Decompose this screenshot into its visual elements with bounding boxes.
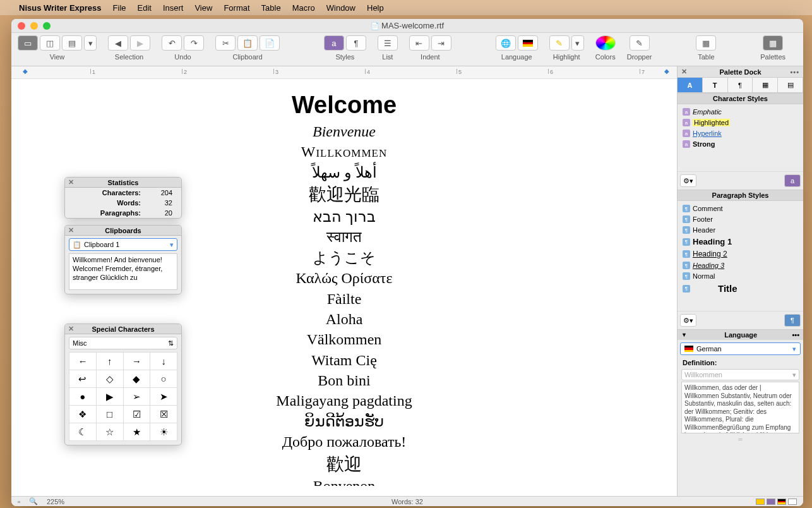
menu-insert[interactable]: Insert: [163, 3, 184, 13]
statistics-panel[interactable]: ✕Statistics Characters:204 Words:32 Para…: [64, 177, 182, 219]
redo-button[interactable]: ↷: [184, 35, 204, 51]
char-glyph[interactable]: ☒: [150, 406, 177, 423]
style-title[interactable]: ¶Title: [680, 282, 801, 295]
view-mode-1[interactable]: ▭: [18, 35, 38, 51]
char-glyph[interactable]: ☀: [150, 423, 177, 441]
view-mode-2[interactable]: ◫: [40, 35, 60, 51]
copy-button[interactable]: 📋: [237, 35, 258, 51]
char-glyph[interactable]: ◆: [124, 370, 151, 388]
char-glyph[interactable]: →: [124, 353, 151, 370]
definition-input[interactable]: Willkommen ▾: [681, 369, 799, 380]
selection-next[interactable]: ▶: [130, 35, 150, 51]
style-emphatic[interactable]: aEmphatic: [680, 107, 801, 117]
char-glyph[interactable]: ❖: [69, 406, 97, 423]
palette-tab-table[interactable]: ▦: [753, 78, 778, 92]
palette-tab-text[interactable]: T: [703, 78, 728, 92]
ruler[interactable]: ◆ 1 2 3 4 5 6 7 ◆: [11, 66, 677, 79]
menu-file[interactable]: File: [113, 3, 126, 13]
right-margin-icon[interactable]: ◆: [664, 68, 669, 75]
chars-grid: ← ↑ → ↓ ↩ ◇ ◆ ○ ● ▶ ➢ ➤ ❖ □ ☑ ☒ ☾ ☆ ★ ☀: [69, 352, 177, 441]
palettes-button[interactable]: ▦: [763, 35, 783, 51]
view-mode-dropdown[interactable]: ▾: [84, 35, 97, 51]
definition-text: Willkommen, das oder der | Willkommen Su…: [681, 382, 799, 433]
char-glyph[interactable]: ←: [69, 353, 97, 370]
language-menu[interactable]: •••: [792, 331, 799, 339]
colors-button[interactable]: [595, 35, 616, 51]
palette-tab-layout[interactable]: ▤: [778, 78, 803, 92]
clipboard-select[interactable]: 📋 Clipboard 1▾: [69, 238, 177, 251]
app-menu[interactable]: Nisus Writer Express: [19, 3, 102, 13]
menu-format[interactable]: Format: [224, 3, 249, 13]
char-glyph[interactable]: ➤: [150, 388, 177, 406]
cut-button[interactable]: ✂: [215, 35, 236, 51]
chars-title: Special Characters: [65, 325, 181, 333]
selection-label: Selection: [115, 53, 143, 61]
char-glyph[interactable]: ★: [124, 423, 151, 441]
style-heading1[interactable]: ¶Heading 1: [680, 236, 801, 248]
menu-table[interactable]: Table: [261, 3, 281, 13]
highlight-dropdown[interactable]: ▾: [571, 35, 584, 51]
language-flag[interactable]: [518, 35, 538, 51]
table-button[interactable]: ▦: [696, 35, 716, 51]
char-glyph[interactable]: ↩: [69, 370, 97, 388]
para-styles-header: Paragraph Styles: [678, 190, 803, 201]
highlight-button[interactable]: ✎: [549, 35, 570, 51]
style-hyperlink[interactable]: aHyperlink: [680, 128, 801, 138]
char-glyph[interactable]: ●: [69, 388, 97, 406]
flag-de-icon: [684, 346, 693, 352]
language-globe[interactable]: 🌐: [496, 35, 516, 51]
style-comment[interactable]: ¶Comment: [680, 203, 801, 214]
left-margin-icon[interactable]: ◆: [23, 68, 28, 75]
char-glyph[interactable]: ☑: [124, 406, 151, 423]
style-highlighted[interactable]: aHighlighted: [680, 118, 801, 128]
para-styles-gear[interactable]: ⚙▾: [680, 314, 696, 327]
char-glyph[interactable]: ➢: [124, 388, 151, 406]
language-collapse[interactable]: ▼: [681, 332, 687, 338]
menu-macro[interactable]: Macro: [292, 3, 315, 13]
paste-button[interactable]: 📄: [260, 35, 280, 51]
palette-tab-para[interactable]: ¶: [728, 78, 753, 92]
doc-line: Bienvenue: [37, 121, 652, 142]
char-styles-gear[interactable]: ⚙▾: [680, 174, 696, 187]
char-glyph[interactable]: □: [97, 406, 124, 423]
style-heading2[interactable]: ¶Heading 2: [680, 248, 801, 260]
palette-tab-char[interactable]: A: [678, 78, 703, 92]
style-normal[interactable]: ¶Normal: [680, 271, 801, 281]
menu-help[interactable]: Help: [367, 3, 384, 13]
para-styles-apply[interactable]: ¶: [784, 314, 801, 327]
dropper-button[interactable]: ✎: [630, 35, 650, 51]
char-glyph[interactable]: ○: [150, 370, 177, 388]
titlebar: MAS-welcome.rtf: [11, 19, 803, 33]
char-glyph[interactable]: ◇: [97, 370, 124, 388]
char-glyph[interactable]: ☆: [97, 423, 124, 441]
para-style-button[interactable]: ¶: [346, 35, 366, 51]
char-glyph[interactable]: ↑: [97, 353, 124, 370]
list-label: List: [382, 53, 393, 61]
colors-label: Colors: [595, 53, 616, 61]
undo-button[interactable]: ↶: [162, 35, 182, 51]
char-glyph[interactable]: ↓: [150, 353, 177, 370]
chars-category[interactable]: Misc⇅: [69, 337, 177, 349]
styles-label: Styles: [335, 53, 354, 61]
char-glyph[interactable]: ▶: [97, 388, 124, 406]
clipboards-panel[interactable]: ✕Clipboards 📋 Clipboard 1▾ Willkommen! A…: [64, 225, 182, 294]
view-mode-3[interactable]: ▤: [62, 35, 82, 51]
list-button[interactable]: ☰: [378, 35, 398, 51]
menu-view[interactable]: View: [194, 3, 212, 13]
char-styles-apply[interactable]: a: [784, 174, 801, 187]
char-style-button[interactable]: a: [324, 35, 344, 51]
doc-title: Welcome: [37, 92, 652, 119]
style-heading3[interactable]: ¶Heading 3: [680, 260, 801, 270]
menu-edit[interactable]: Edit: [138, 3, 152, 13]
char-glyph[interactable]: ☾: [69, 423, 97, 441]
style-header[interactable]: ¶Header: [680, 225, 801, 235]
language-select[interactable]: German ▾: [680, 342, 801, 355]
selection-prev[interactable]: ◀: [108, 35, 128, 51]
style-strong[interactable]: aStrong: [680, 139, 801, 149]
outdent-button[interactable]: ⇤: [409, 35, 429, 51]
palette-dock: ✕ Palette Dock ••• A T ¶ ▦ ▤ Character S…: [677, 66, 803, 496]
special-chars-panel[interactable]: ✕Special Characters Misc⇅ ← ↑ → ↓ ↩ ◇ ◆ …: [64, 324, 182, 445]
style-footer[interactable]: ¶Footer: [680, 214, 801, 224]
indent-button[interactable]: ⇥: [431, 35, 451, 51]
menu-window[interactable]: Window: [326, 3, 355, 13]
